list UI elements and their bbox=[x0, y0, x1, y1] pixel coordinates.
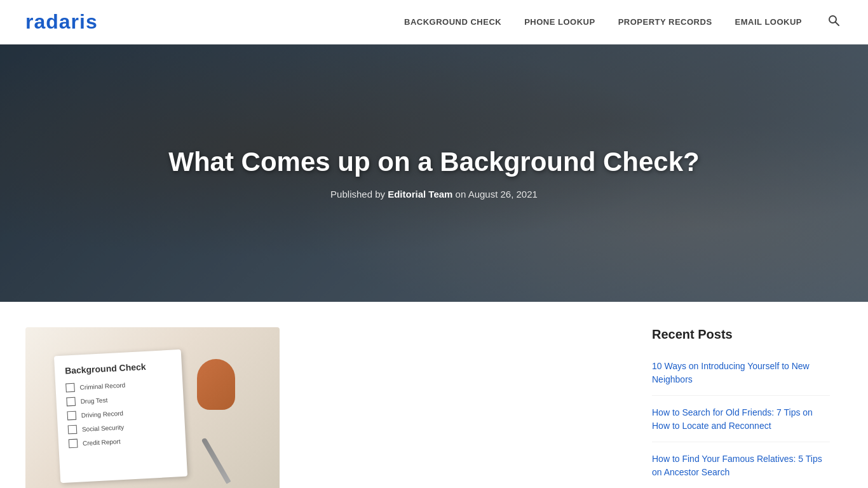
article-area: Background Check Criminal Record Drug Te… bbox=[25, 327, 627, 488]
main-nav: BACKGROUND CHECK PHONE LOOKUP PROPERTY R… bbox=[404, 11, 843, 32]
form-item-4: Social Security bbox=[68, 420, 175, 435]
article-image: Background Check Criminal Record Drug Te… bbox=[25, 327, 280, 488]
site-header: radaris BACKGROUND CHECK PHONE LOOKUP PR… bbox=[0, 0, 868, 44]
form-item-1: Criminal Record bbox=[65, 378, 173, 393]
recent-post-item-1: 10 Ways on Introducing Yourself to New N… bbox=[652, 360, 830, 396]
nav-phone-lookup[interactable]: PHONE LOOKUP bbox=[524, 17, 595, 27]
hand-shape bbox=[197, 359, 235, 410]
nav-property-records[interactable]: PROPERTY RECORDS bbox=[618, 17, 712, 27]
recent-post-link-1[interactable]: 10 Ways on Introducing Yourself to New N… bbox=[652, 361, 810, 384]
hero-meta: Published by Editorial Team on August 26… bbox=[168, 189, 699, 200]
checkbox-5 bbox=[69, 439, 78, 449]
publish-date: August 26, 2021 bbox=[468, 189, 538, 200]
form-illustration: Background Check Criminal Record Drug Te… bbox=[44, 340, 261, 488]
form-paper-title: Background Check bbox=[65, 360, 172, 376]
form-paper: Background Check Criminal Record Drug Te… bbox=[54, 349, 187, 483]
form-label-5: Credit Report bbox=[83, 438, 121, 447]
recent-post-item-3: How to Find Your Famous Relatives: 5 Tip… bbox=[652, 452, 830, 488]
sidebar: Recent Posts 10 Ways on Introducing Your… bbox=[652, 327, 830, 488]
search-button[interactable] bbox=[825, 11, 843, 32]
recent-post-item-2: How to Search for Old Friends: 7 Tips on… bbox=[652, 406, 830, 442]
checkbox-2 bbox=[66, 397, 76, 407]
checkbox-3 bbox=[67, 411, 76, 421]
recent-post-link-2[interactable]: How to Search for Old Friends: 7 Tips on… bbox=[652, 407, 813, 431]
form-item-3: Driving Record bbox=[67, 406, 174, 421]
recent-posts-heading: Recent Posts bbox=[652, 327, 830, 347]
hero-section: What Comes up on a Background Check? Pub… bbox=[0, 44, 868, 302]
author-name[interactable]: Editorial Team bbox=[388, 189, 452, 200]
hero-content: What Comes up on a Background Check? Pub… bbox=[143, 147, 724, 200]
published-by-label: Published by bbox=[330, 189, 388, 200]
svg-line-1 bbox=[836, 22, 839, 26]
form-label-1: Criminal Record bbox=[79, 381, 125, 391]
search-icon bbox=[827, 14, 840, 27]
hero-title: What Comes up on a Background Check? bbox=[168, 147, 699, 177]
nav-email-lookup[interactable]: EMAIL LOOKUP bbox=[735, 17, 802, 27]
hand-pen-illustration bbox=[184, 359, 248, 461]
recent-post-link-3[interactable]: How to Find Your Famous Relatives: 5 Tip… bbox=[652, 454, 822, 477]
form-label-2: Drug Test bbox=[80, 396, 107, 405]
checkbox-1 bbox=[65, 383, 75, 393]
form-label-4: Social Security bbox=[82, 423, 125, 432]
nav-background-check[interactable]: BACKGROUND CHECK bbox=[404, 17, 501, 27]
content-wrapper: Background Check Criminal Record Drug Te… bbox=[0, 302, 868, 488]
content-inner: Background Check Criminal Record Drug Te… bbox=[0, 302, 868, 488]
pen-shape bbox=[201, 437, 231, 484]
date-prefix: on bbox=[456, 189, 468, 200]
form-item-5: Credit Report bbox=[69, 434, 176, 449]
checkbox-4 bbox=[68, 425, 78, 435]
form-label-3: Driving Record bbox=[81, 409, 124, 418]
form-item-2: Drug Test bbox=[66, 392, 173, 407]
site-logo[interactable]: radaris bbox=[25, 10, 98, 34]
